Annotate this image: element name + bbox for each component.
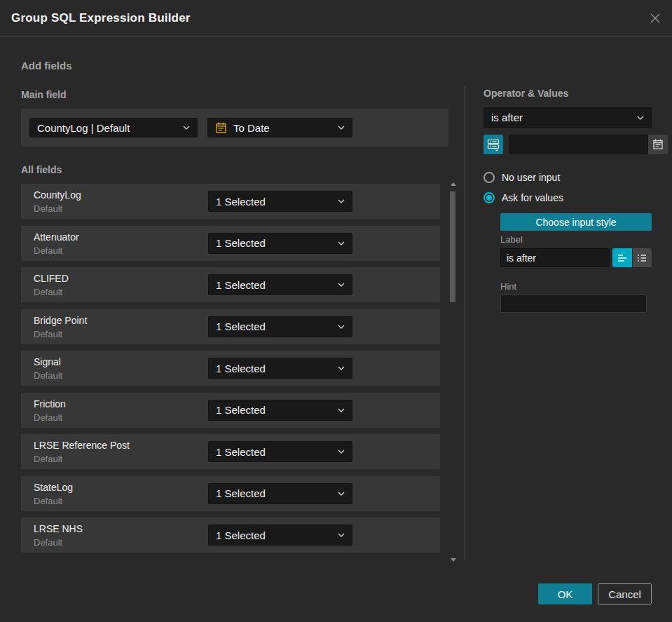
list-input-style-button[interactable] xyxy=(633,248,652,267)
operator-select-value: is after xyxy=(491,111,633,123)
choose-input-style-button[interactable]: Choose input style xyxy=(500,213,652,231)
field-values-select-value: 1 Selected xyxy=(216,446,334,458)
all-fields-heading: All fields xyxy=(21,164,62,175)
chevron-down-icon xyxy=(338,449,345,454)
field-subtitle: Default xyxy=(34,412,62,423)
chevron-down-icon xyxy=(338,492,345,496)
field-values-select-value: 1 Selected xyxy=(216,363,334,374)
label-caption: Label xyxy=(500,234,523,245)
field-values-select[interactable]: 1 Selected xyxy=(208,525,352,546)
field-values-select-value: 1 Selected xyxy=(216,237,334,249)
scroll-up-arrow-icon[interactable] xyxy=(451,182,456,186)
field-values-select[interactable]: 1 Selected xyxy=(208,400,352,421)
field-values-select-value: 1 Selected xyxy=(216,320,334,332)
chevron-down-icon xyxy=(338,533,345,537)
chevron-down-icon xyxy=(338,325,345,329)
main-field-date-select-value: To Date xyxy=(233,122,334,134)
close-button[interactable] xyxy=(648,11,662,25)
add-fields-heading: Add fields xyxy=(21,60,72,72)
field-name: StateLog xyxy=(34,482,73,493)
chevron-down-icon xyxy=(338,408,345,412)
label-row xyxy=(500,248,652,267)
field-row: Signal Default 1 Selected xyxy=(21,351,440,386)
field-values-select[interactable]: 1 Selected xyxy=(208,274,352,295)
ok-button[interactable]: OK xyxy=(538,583,592,604)
field-values-select-value: 1 Selected xyxy=(216,279,334,291)
scrollbar-thumb[interactable] xyxy=(450,191,455,302)
calendar-icon xyxy=(652,139,664,150)
all-fields-list: CountyLog Default 1 Selected Attenuator … xyxy=(21,184,440,560)
chevron-down-icon xyxy=(637,116,644,120)
field-values-select[interactable]: 1 Selected xyxy=(208,441,352,462)
radio-no-user-input-label: No user input xyxy=(502,172,560,183)
list-scrollbar[interactable] xyxy=(449,182,458,562)
close-icon xyxy=(649,12,661,25)
field-values-select[interactable]: 1 Selected xyxy=(208,358,352,379)
align-left-icon xyxy=(617,253,628,263)
value-input[interactable] xyxy=(509,135,648,154)
radio-ask-for-values[interactable]: Ask for values xyxy=(484,192,563,203)
list-icon xyxy=(636,253,647,263)
main-field-heading: Main field xyxy=(21,89,67,100)
field-name: LRSE Reference Post xyxy=(34,440,130,451)
text-input-style-button[interactable] xyxy=(612,248,632,267)
radio-icon xyxy=(484,192,495,203)
field-values-select[interactable]: 1 Selected xyxy=(208,191,352,212)
field-subtitle: Default xyxy=(34,370,62,381)
field-name: Signal xyxy=(34,356,61,367)
main-field-panel: CountyLog | Default To Date xyxy=(21,109,448,147)
value-row xyxy=(484,135,652,154)
vertical-divider xyxy=(465,86,465,560)
label-input[interactable] xyxy=(500,248,610,267)
chevron-down-icon xyxy=(183,126,190,130)
field-subtitle: Default xyxy=(34,287,62,297)
field-values-select-value: 1 Selected xyxy=(216,196,334,208)
field-subtitle: Default xyxy=(34,496,62,506)
field-name: Bridge Point xyxy=(34,315,87,326)
field-values-select[interactable]: 1 Selected xyxy=(208,233,352,254)
chevron-down-icon xyxy=(338,126,345,130)
chevron-down-icon xyxy=(338,366,345,370)
field-values-select-value: 1 Selected xyxy=(216,487,334,499)
group-sql-expression-builder-dialog: Group SQL Expression Builder Add fields … xyxy=(0,0,672,622)
field-name: Attenuator xyxy=(34,231,79,243)
operator-values-heading: Operator & Values xyxy=(484,88,568,99)
field-row: LRSE Reference Post Default 1 Selected xyxy=(21,434,440,469)
calendar-icon xyxy=(215,122,227,134)
field-values-select-value: 1 Selected xyxy=(216,529,334,541)
calendar-picker-button[interactable] xyxy=(648,135,668,154)
field-values-select[interactable]: 1 Selected xyxy=(208,316,352,337)
radio-no-user-input[interactable]: No user input xyxy=(484,172,560,183)
hint-caption: Hint xyxy=(500,281,516,292)
field-row: CountyLog Default 1 Selected xyxy=(21,184,440,219)
chevron-down-icon xyxy=(338,199,345,203)
field-name: CLIFED xyxy=(34,273,69,284)
field-name: Friction xyxy=(34,398,66,410)
field-row: Friction Default 1 Selected xyxy=(21,393,440,428)
hint-input[interactable] xyxy=(500,295,647,313)
titlebar: Group SQL Expression Builder xyxy=(0,0,672,36)
field-row: StateLog Default 1 Selected xyxy=(21,476,440,511)
operator-select[interactable]: is after xyxy=(484,107,652,128)
field-row: LRSE NHS Default 1 Selected xyxy=(21,518,440,553)
unique-values-button[interactable] xyxy=(484,135,503,154)
field-values-select[interactable]: 1 Selected xyxy=(208,483,352,504)
field-name: CountyLog xyxy=(34,189,81,201)
cancel-button[interactable]: Cancel xyxy=(598,583,652,604)
field-subtitle: Default xyxy=(34,537,62,548)
field-subtitle: Default xyxy=(34,245,62,256)
scroll-down-arrow-icon[interactable] xyxy=(451,558,456,562)
main-field-select[interactable]: CountyLog | Default xyxy=(29,118,198,137)
radio-icon xyxy=(484,172,495,183)
main-field-date-select[interactable]: To Date xyxy=(207,118,352,137)
main-field-select-value: CountyLog | Default xyxy=(37,122,179,134)
field-row: Attenuator Default 1 Selected xyxy=(21,226,440,261)
field-subtitle: Default xyxy=(34,203,62,214)
field-row: Bridge Point Default 1 Selected xyxy=(21,309,440,344)
chevron-down-icon xyxy=(338,283,345,287)
field-subtitle: Default xyxy=(34,454,62,464)
chevron-down-icon xyxy=(338,241,345,245)
field-subtitle: Default xyxy=(34,329,62,339)
radio-ask-for-values-label: Ask for values xyxy=(502,192,563,203)
field-row: CLIFED Default 1 Selected xyxy=(21,267,440,302)
